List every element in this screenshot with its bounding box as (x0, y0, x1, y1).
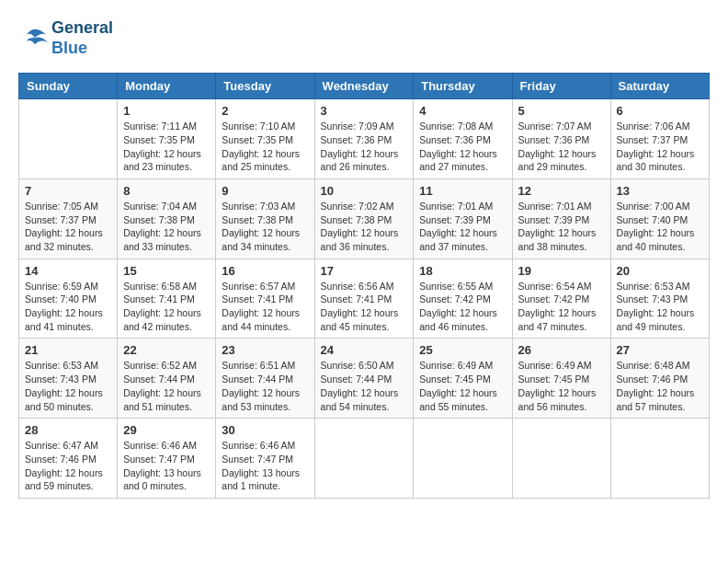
calendar-cell (19, 99, 118, 179)
day-info: Sunrise: 7:04 AM Sunset: 7:38 PM Dayligh… (123, 200, 210, 254)
day-info: Sunrise: 7:11 AM Sunset: 7:35 PM Dayligh… (123, 120, 210, 174)
calendar-cell: 1Sunrise: 7:11 AM Sunset: 7:35 PM Daylig… (118, 99, 216, 179)
calendar-cell: 15Sunrise: 6:58 AM Sunset: 7:41 PM Dayli… (118, 259, 216, 339)
calendar-week-row: 28Sunrise: 6:47 AM Sunset: 7:46 PM Dayli… (19, 419, 710, 499)
day-number: 10 (321, 184, 408, 198)
calendar-cell: 27Sunrise: 6:48 AM Sunset: 7:46 PM Dayli… (610, 339, 709, 419)
day-info: Sunrise: 6:49 AM Sunset: 7:45 PM Dayligh… (518, 359, 605, 413)
calendar-cell: 14Sunrise: 6:59 AM Sunset: 7:40 PM Dayli… (19, 259, 118, 339)
day-number: 30 (222, 423, 308, 437)
calendar-cell (414, 419, 512, 499)
day-info: Sunrise: 7:03 AM Sunset: 7:38 PM Dayligh… (222, 200, 308, 254)
day-number: 28 (25, 423, 111, 437)
day-info: Sunrise: 7:00 AM Sunset: 7:40 PM Dayligh… (617, 200, 703, 254)
logo-icon (18, 26, 48, 52)
day-number: 19 (518, 264, 605, 278)
day-number: 22 (123, 343, 210, 357)
weekday-header: Sunday (19, 74, 118, 99)
day-info: Sunrise: 6:47 AM Sunset: 7:46 PM Dayligh… (25, 439, 111, 493)
calendar-cell: 5Sunrise: 7:07 AM Sunset: 7:36 PM Daylig… (512, 99, 610, 179)
day-info: Sunrise: 6:46 AM Sunset: 7:47 PM Dayligh… (123, 439, 210, 493)
day-info: Sunrise: 6:56 AM Sunset: 7:41 PM Dayligh… (321, 280, 408, 334)
calendar-cell: 30Sunrise: 6:46 AM Sunset: 7:47 PM Dayli… (216, 419, 314, 499)
day-number: 20 (617, 264, 703, 278)
day-number: 23 (222, 343, 308, 357)
calendar-cell: 9Sunrise: 7:03 AM Sunset: 7:38 PM Daylig… (216, 178, 314, 259)
calendar-cell: 17Sunrise: 6:56 AM Sunset: 7:41 PM Dayli… (314, 259, 414, 339)
weekday-header: Wednesday (314, 74, 414, 99)
day-number: 1 (123, 104, 210, 118)
day-info: Sunrise: 6:52 AM Sunset: 7:44 PM Dayligh… (123, 359, 210, 413)
day-info: Sunrise: 6:54 AM Sunset: 7:42 PM Dayligh… (518, 280, 605, 334)
day-info: Sunrise: 7:01 AM Sunset: 7:39 PM Dayligh… (419, 200, 506, 254)
day-number: 8 (123, 184, 210, 198)
calendar-week-row: 1Sunrise: 7:11 AM Sunset: 7:35 PM Daylig… (19, 99, 710, 179)
calendar-cell: 8Sunrise: 7:04 AM Sunset: 7:38 PM Daylig… (118, 178, 216, 259)
day-info: Sunrise: 6:51 AM Sunset: 7:44 PM Dayligh… (222, 359, 308, 413)
day-info: Sunrise: 7:08 AM Sunset: 7:36 PM Dayligh… (419, 120, 506, 174)
calendar-table: SundayMondayTuesdayWednesdayThursdayFrid… (18, 73, 710, 499)
calendar-cell: 29Sunrise: 6:46 AM Sunset: 7:47 PM Dayli… (118, 419, 216, 499)
calendar-cell: 2Sunrise: 7:10 AM Sunset: 7:35 PM Daylig… (216, 99, 314, 179)
calendar-cell: 21Sunrise: 6:53 AM Sunset: 7:43 PM Dayli… (19, 339, 118, 419)
calendar-cell: 10Sunrise: 7:02 AM Sunset: 7:38 PM Dayli… (314, 178, 414, 259)
day-info: Sunrise: 6:46 AM Sunset: 7:47 PM Dayligh… (222, 439, 308, 493)
calendar-week-row: 7Sunrise: 7:05 AM Sunset: 7:37 PM Daylig… (19, 178, 710, 259)
weekday-header: Friday (512, 74, 610, 99)
day-number: 5 (518, 104, 605, 118)
day-number: 18 (419, 264, 506, 278)
calendar-cell (314, 419, 414, 499)
weekday-header: Tuesday (216, 74, 314, 99)
calendar-week-row: 21Sunrise: 6:53 AM Sunset: 7:43 PM Dayli… (19, 339, 710, 419)
day-info: Sunrise: 7:05 AM Sunset: 7:37 PM Dayligh… (25, 200, 111, 254)
day-number: 16 (222, 264, 308, 278)
logo-text: General Blue (51, 18, 113, 58)
weekday-header: Saturday (610, 74, 709, 99)
calendar-cell: 4Sunrise: 7:08 AM Sunset: 7:36 PM Daylig… (414, 99, 512, 179)
calendar-cell: 6Sunrise: 7:06 AM Sunset: 7:37 PM Daylig… (610, 99, 709, 179)
day-info: Sunrise: 6:57 AM Sunset: 7:41 PM Dayligh… (222, 280, 308, 334)
day-info: Sunrise: 6:50 AM Sunset: 7:44 PM Dayligh… (321, 359, 408, 413)
day-info: Sunrise: 6:53 AM Sunset: 7:43 PM Dayligh… (25, 359, 111, 413)
day-number: 12 (518, 184, 605, 198)
calendar-cell: 11Sunrise: 7:01 AM Sunset: 7:39 PM Dayli… (414, 178, 512, 259)
calendar-cell (610, 419, 709, 499)
day-number: 26 (518, 343, 605, 357)
day-number: 14 (25, 264, 111, 278)
weekday-header: Thursday (414, 74, 512, 99)
day-number: 9 (222, 184, 308, 198)
calendar-cell: 18Sunrise: 6:55 AM Sunset: 7:42 PM Dayli… (414, 259, 512, 339)
calendar-header: SundayMondayTuesdayWednesdayThursdayFrid… (19, 74, 710, 99)
day-number: 17 (321, 264, 408, 278)
calendar-cell (512, 419, 610, 499)
day-info: Sunrise: 7:06 AM Sunset: 7:37 PM Dayligh… (617, 120, 703, 174)
day-info: Sunrise: 6:58 AM Sunset: 7:41 PM Dayligh… (123, 280, 210, 334)
day-info: Sunrise: 7:07 AM Sunset: 7:36 PM Dayligh… (518, 120, 605, 174)
day-number: 7 (25, 184, 111, 198)
day-number: 13 (617, 184, 703, 198)
calendar-cell: 26Sunrise: 6:49 AM Sunset: 7:45 PM Dayli… (512, 339, 610, 419)
day-info: Sunrise: 6:49 AM Sunset: 7:45 PM Dayligh… (419, 359, 506, 413)
logo: General Blue (18, 18, 113, 58)
calendar-cell: 3Sunrise: 7:09 AM Sunset: 7:36 PM Daylig… (314, 99, 414, 179)
day-info: Sunrise: 6:53 AM Sunset: 7:43 PM Dayligh… (617, 280, 703, 334)
calendar-cell: 16Sunrise: 6:57 AM Sunset: 7:41 PM Dayli… (216, 259, 314, 339)
calendar-cell: 12Sunrise: 7:01 AM Sunset: 7:39 PM Dayli… (512, 178, 610, 259)
calendar-cell: 24Sunrise: 6:50 AM Sunset: 7:44 PM Dayli… (314, 339, 414, 419)
calendar-cell: 19Sunrise: 6:54 AM Sunset: 7:42 PM Dayli… (512, 259, 610, 339)
weekday-header: Monday (118, 74, 216, 99)
calendar-week-row: 14Sunrise: 6:59 AM Sunset: 7:40 PM Dayli… (19, 259, 710, 339)
day-number: 6 (617, 104, 703, 118)
day-info: Sunrise: 7:02 AM Sunset: 7:38 PM Dayligh… (321, 200, 408, 254)
day-number: 2 (222, 104, 308, 118)
calendar-cell: 23Sunrise: 6:51 AM Sunset: 7:44 PM Dayli… (216, 339, 314, 419)
day-number: 3 (321, 104, 408, 118)
calendar-cell: 20Sunrise: 6:53 AM Sunset: 7:43 PM Dayli… (610, 259, 709, 339)
day-number: 21 (25, 343, 111, 357)
day-number: 15 (123, 264, 210, 278)
day-info: Sunrise: 6:59 AM Sunset: 7:40 PM Dayligh… (25, 280, 111, 334)
day-info: Sunrise: 7:10 AM Sunset: 7:35 PM Dayligh… (222, 120, 308, 174)
day-info: Sunrise: 7:09 AM Sunset: 7:36 PM Dayligh… (321, 120, 408, 174)
day-number: 24 (321, 343, 408, 357)
day-info: Sunrise: 6:55 AM Sunset: 7:42 PM Dayligh… (419, 280, 506, 334)
